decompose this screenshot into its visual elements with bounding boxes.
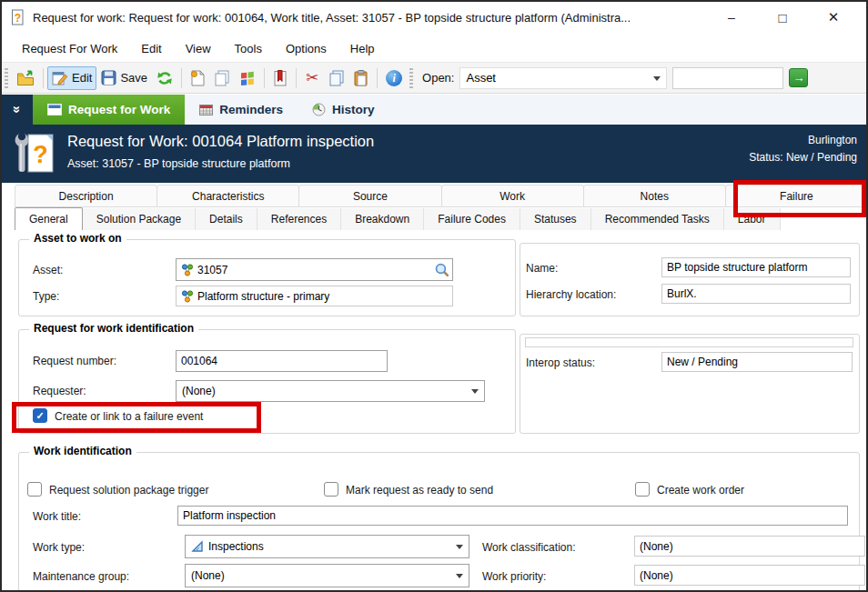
tab-details[interactable]: Details [196,208,257,230]
title-bar: ? Request for work: Request for work: 00… [2,2,866,33]
menu-edit[interactable]: Edit [132,38,170,59]
view-tab-reminders[interactable]: Reminders [185,95,298,125]
tab-source[interactable]: Source [298,185,441,207]
work-classification-field[interactable]: (None) [634,536,865,557]
menu-view[interactable]: View [177,38,220,59]
requester-value: (None) [182,385,216,397]
chevron-down-icon [471,389,479,394]
tab-recommended-tasks[interactable]: Recommended Tasks [591,208,724,230]
edit-button[interactable]: Edit [47,66,96,90]
save-button[interactable]: Save [96,66,152,90]
tab-notes[interactable]: Notes [583,185,726,207]
cut-button[interactable]: ✂ [300,66,324,90]
maintenance-group-label: Maintenance group: [33,570,129,583]
paste-clipboard-icon [354,70,368,86]
open-entity-value: Asset [466,71,496,85]
info-icon: i [386,70,402,86]
tab-description[interactable]: Description [15,185,157,207]
paste-button[interactable] [349,66,373,90]
save-floppy-icon [101,70,116,85]
work-priority-field[interactable]: (None) [634,565,865,586]
request-number-field[interactable]: 001064 [176,350,388,372]
window-title: Request for work: Request for work: 0010… [33,11,699,25]
tab-breakdown[interactable]: Breakdown [341,208,424,230]
menu-request-for-work[interactable]: Request For Work [13,38,126,59]
work-type-value: Inspections [208,540,264,553]
record-status: Status: New / Pending [749,151,857,164]
cut-scissors-icon: ✂ [306,70,318,85]
refresh-button[interactable] [152,66,177,90]
work-type-select[interactable]: Inspections [185,535,469,558]
history-clock-icon [312,103,326,116]
work-priority-label: Work priority: [482,570,546,583]
search-icon[interactable] [434,262,449,277]
chevron-down-icon [653,76,661,81]
group-title: Work identification [29,445,136,457]
duplicate-record-button[interactable] [209,66,235,90]
ready-to-send-checkbox[interactable] [324,482,338,497]
menu-tools[interactable]: Tools [226,38,271,59]
request-number-label: Request number: [33,355,116,367]
interop-status-value: New / Pending [667,356,738,368]
type-field: Platform structure - primary [176,286,453,306]
view-tab-history[interactable]: History [298,95,389,125]
close-button[interactable]: ✕ [808,4,859,31]
go-button[interactable]: → [789,68,808,87]
tab-statuses[interactable]: Statuses [520,208,591,230]
empty-field [525,337,853,347]
maintenance-group-select[interactable]: (None) [185,564,469,587]
group-interop [520,334,860,434]
open-entity-select[interactable]: Asset [459,67,667,89]
report-button[interactable] [268,66,292,90]
hierarchy-icon [181,264,194,276]
name-field: BP topside structure platform [661,257,851,277]
work-classification-label: Work classification: [482,541,575,554]
tab-characteristics[interactable]: Characteristics [156,185,299,207]
open-search-input[interactable] [672,67,783,89]
tab-general[interactable]: General [15,207,83,230]
requester-select[interactable]: (None) [176,380,485,402]
folder-arrow-icon [16,70,35,86]
name-value: BP topside structure platform [667,261,808,274]
wrench-document-question-icon: ? [13,132,56,176]
info-button[interactable]: i [381,66,407,90]
new-record-button[interactable] [186,66,209,90]
work-title-field[interactable]: Platform inspection [177,506,848,526]
tab-work[interactable]: Work [441,185,584,207]
tab-solution-package[interactable]: Solution Package [83,208,196,230]
tab-references[interactable]: References [257,208,341,230]
record-title: Request for Work: 001064 Platform inspec… [67,133,374,150]
hierarchy-location-value: BurlX. [667,287,697,300]
edit-button-label: Edit [72,71,92,85]
open-label: Open: [422,71,454,85]
create-work-order-checkbox[interactable] [635,482,650,497]
maximize-button[interactable]: □ [757,4,808,31]
menu-options[interactable]: Options [277,38,336,59]
ready-to-send-label: Mark request as ready to send [346,484,493,497]
group-title: Request for work identification [29,322,198,335]
windows-link-button[interactable] [235,66,260,90]
collapse-strip-button[interactable]: » [2,95,33,125]
type-label: Type: [33,290,59,303]
asset-label: Asset: [33,264,63,276]
chevron-down-icon [456,545,463,549]
copy-button[interactable] [324,66,349,90]
menu-bar: Request For Work Edit View Tools Options… [2,35,866,62]
toolbar-grip-2[interactable] [409,68,413,88]
reminders-calendar-icon [199,105,213,115]
chevron-down-icon [456,574,463,578]
toolbar-grip[interactable] [5,68,8,88]
set-square-icon [191,540,204,553]
double-chevron-icon: » [10,105,25,113]
menu-help[interactable]: Help [341,38,384,59]
toolbar: Edit Save [2,62,866,94]
solution-package-trigger-checkbox[interactable] [27,482,42,497]
asset-field[interactable]: 31057 [176,258,453,281]
hierarchy-location-label: Hierarchy location: [526,288,616,301]
tab-failure-codes[interactable]: Failure Codes [424,208,520,230]
minimize-button[interactable]: – [706,4,757,31]
edit-notepad-icon [52,70,68,86]
work-title-value: Platform inspection [183,509,276,522]
exit-folder-button[interactable] [12,66,39,90]
view-tab-request-for-work[interactable]: Request for Work [33,95,185,125]
